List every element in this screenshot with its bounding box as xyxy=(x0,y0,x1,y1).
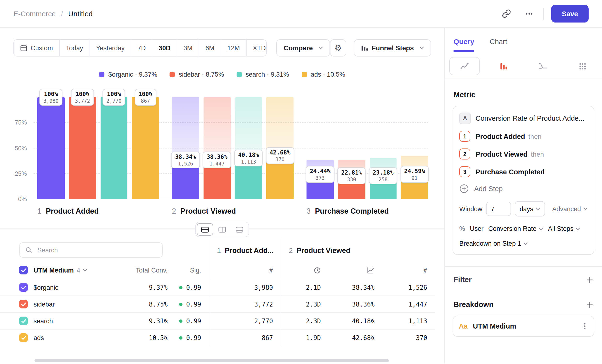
save-button[interactable]: Save xyxy=(551,5,589,22)
row-label: ads xyxy=(33,334,44,341)
window-unit-select[interactable]: days xyxy=(515,201,545,216)
chart-type-retention-tab[interactable] xyxy=(524,56,563,76)
link-icon xyxy=(502,9,511,18)
layout-split-horizontal-button[interactable] xyxy=(197,223,213,236)
search-box[interactable] xyxy=(19,242,163,258)
table-row-label-cell[interactable]: ads xyxy=(0,329,115,346)
breakdown-heading: Breakdown xyxy=(453,300,494,309)
funnel-step-group-1: 100%3,980100%3,772100%2,770100%867 xyxy=(37,97,159,199)
add-breakdown-button[interactable] xyxy=(586,301,593,308)
total-conv-header[interactable]: Total Conv. xyxy=(115,261,168,279)
conversion-scope-select[interactable]: All Steps xyxy=(548,225,580,232)
percent-icon: % xyxy=(459,225,465,232)
breadcrumb-parent[interactable]: E-Commerce xyxy=(13,10,56,18)
step-number: 1 xyxy=(37,207,42,215)
table-row-label-cell[interactable]: $organic xyxy=(0,279,115,296)
table-row-label-cell[interactable]: sidebar xyxy=(0,296,115,312)
group-column-header[interactable]: UTM Medium 4 xyxy=(0,261,115,279)
funnel-bar[interactable]: 40.18%1,113 xyxy=(235,97,262,199)
bar-solid[interactable] xyxy=(69,97,96,199)
text-property-icon: Aa xyxy=(459,322,468,330)
tab-query[interactable]: Query xyxy=(453,37,474,52)
bar-groups: 100%3,980100%3,772100%2,770100%86738.34%… xyxy=(37,97,428,199)
chart-settings-button[interactable]: ⚙ xyxy=(330,39,346,56)
bar-solid[interactable] xyxy=(132,97,159,199)
breakdown-item[interactable]: Aa UTM Medium xyxy=(452,316,594,337)
date-range-xtd[interactable]: XTD xyxy=(246,40,267,56)
date-range-today[interactable]: Today xyxy=(59,40,89,56)
more-options-button[interactable] xyxy=(521,6,537,21)
top-bar: E-Commerce / Untitled Save xyxy=(0,0,602,28)
row-checkbox[interactable] xyxy=(19,283,28,292)
row-checkbox[interactable] xyxy=(19,333,28,342)
funnel-bar[interactable]: 42.68%370 xyxy=(267,97,294,199)
funnel-bar[interactable]: 100%867 xyxy=(132,97,159,199)
date-range-6m[interactable]: 6M xyxy=(199,40,221,56)
bar-solid[interactable] xyxy=(100,97,128,199)
date-range-7d[interactable]: 7D xyxy=(131,40,152,56)
legend-item-organic[interactable]: $organic · 9.37% xyxy=(99,71,157,78)
tab-chart[interactable]: Chart xyxy=(490,37,507,52)
funnel-steps-view-button[interactable]: Funnel Steps xyxy=(354,39,431,56)
step2-time-header[interactable] xyxy=(281,261,329,279)
table-row-label-cell[interactable]: search xyxy=(0,312,115,329)
add-step-label: Add Step xyxy=(474,185,503,193)
funnel-bar[interactable]: 24.44%373 xyxy=(307,97,334,199)
add-filter-button[interactable] xyxy=(586,276,593,283)
metric-step-3[interactable]: 3Purchase Completed xyxy=(459,166,588,177)
legend-label: ads · 10.5% xyxy=(311,71,345,78)
search-input[interactable] xyxy=(36,246,157,254)
date-range-30d[interactable]: 30D xyxy=(152,40,177,56)
bar-solid[interactable] xyxy=(37,97,65,199)
row-checkbox[interactable] xyxy=(19,300,28,309)
legend-item-sidebar[interactable]: sidebar · 8.75% xyxy=(170,71,224,78)
date-range-custom[interactable]: Custom xyxy=(14,40,59,56)
step2-pct-header[interactable] xyxy=(329,261,382,279)
bar-pct-label: 38.34% xyxy=(175,154,196,161)
add-step-button[interactable]: Add Step xyxy=(459,184,588,193)
step1-count-header[interactable]: # xyxy=(209,261,281,279)
kebab-vertical-icon[interactable] xyxy=(581,322,588,330)
legend-item-search[interactable]: search · 9.31% xyxy=(236,71,289,78)
metric-title-row[interactable]: A Conversion Rate of Product Adde... xyxy=(459,113,588,124)
funnel-bar[interactable]: 100%3,980 xyxy=(37,97,65,199)
step2-time-cell: 1.9D xyxy=(281,329,329,346)
funnel-bar[interactable]: 22.81%330 xyxy=(338,97,366,199)
funnel-bar[interactable]: 24.59%91 xyxy=(401,97,428,199)
date-range-12m[interactable]: 12M xyxy=(221,40,246,56)
search-icon xyxy=(25,247,32,253)
breakdown-on-step-select[interactable]: Breakdown on Step 1 xyxy=(459,240,588,247)
funnel-bar[interactable]: 100%3,772 xyxy=(69,97,96,199)
layout-split-vertical-button[interactable] xyxy=(214,223,230,236)
step2-pct-cell: 42.68% xyxy=(329,329,382,346)
advanced-toggle[interactable]: Advanced xyxy=(552,205,588,212)
sig-header[interactable]: Sig. xyxy=(168,261,209,279)
select-all-checkbox[interactable] xyxy=(19,266,28,274)
funnel-bar[interactable]: 38.34%1,526 xyxy=(172,97,199,199)
y-axis-label: 75% xyxy=(15,119,27,126)
metric-step-2[interactable]: 2Product Viewedthen xyxy=(459,149,588,160)
chart-type-funnel-tab[interactable] xyxy=(484,56,524,76)
horizontal-scrollbar[interactable] xyxy=(34,359,389,362)
chart-type-line-tab[interactable] xyxy=(445,56,484,76)
legend-item-ads[interactable]: ads · 10.5% xyxy=(301,71,345,78)
conversion-entity[interactable]: User xyxy=(470,225,484,232)
funnel-bar[interactable]: 38.36%1,447 xyxy=(204,97,231,199)
window-value-input[interactable] xyxy=(486,202,511,216)
metric-step-1[interactable]: 1Product Addedthen xyxy=(459,131,588,142)
date-range-yesterday[interactable]: Yesterday xyxy=(89,40,131,56)
conversion-measure-select[interactable]: Conversion Rate xyxy=(488,225,543,232)
funnel-bar[interactable]: 23.18%258 xyxy=(369,97,397,199)
share-link-button[interactable] xyxy=(498,6,514,21)
layout-dock-bottom-button[interactable] xyxy=(231,223,247,236)
step2-count-header[interactable]: # xyxy=(382,261,435,279)
funnel-bar[interactable]: 100%2,770 xyxy=(100,97,128,199)
filter-heading: Filter xyxy=(453,275,472,284)
compare-button[interactable]: Compare xyxy=(277,39,330,56)
plus-circle-icon xyxy=(459,184,469,193)
breadcrumb-current[interactable]: Untitled xyxy=(68,10,93,18)
row-checkbox[interactable] xyxy=(19,317,28,325)
date-range-3m[interactable]: 3M xyxy=(177,40,199,56)
chart-type-grid-tab[interactable] xyxy=(563,56,602,76)
legend-label: search · 9.31% xyxy=(246,71,289,78)
